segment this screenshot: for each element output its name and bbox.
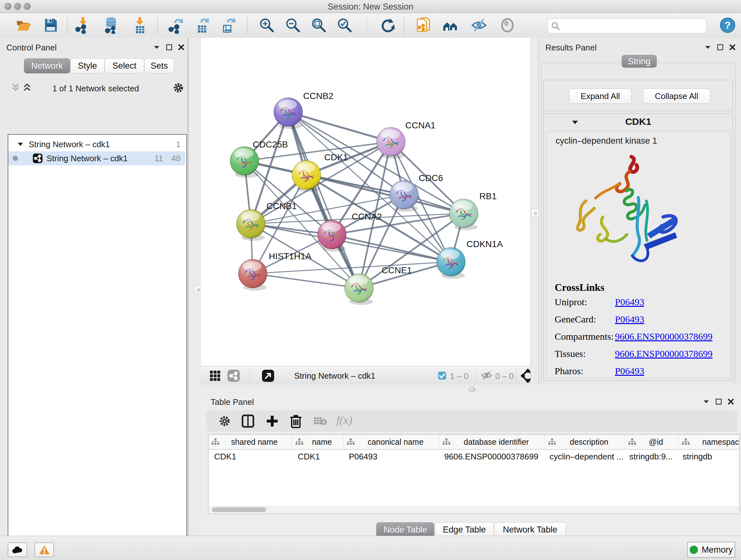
scrollbar-thumb[interactable] (212, 507, 266, 512)
delete-column-trash-icon[interactable] (289, 414, 302, 429)
tab-node-table[interactable]: Node Table (376, 522, 434, 537)
network-app-badge-icon[interactable] (227, 369, 240, 383)
panel-float-icon[interactable] (166, 44, 172, 51)
table-cell[interactable]: 9606.ENSP00000378699 (439, 449, 544, 463)
horizontal-scrollbar[interactable] (209, 506, 739, 513)
svg-text:?: ? (724, 19, 731, 31)
horizontal-splitter[interactable] (201, 385, 741, 393)
search-input[interactable] (562, 19, 704, 32)
column-header-name[interactable]: name (292, 435, 344, 449)
tab-style[interactable]: Style (70, 58, 105, 73)
show-columns-icon[interactable] (241, 415, 255, 429)
import-network-file-icon[interactable] (74, 17, 91, 34)
crosslink-link[interactable]: P06493 (615, 297, 644, 307)
column-header-description[interactable]: description (545, 435, 625, 449)
zoom-selected-icon[interactable] (336, 17, 353, 34)
network-node-CDC6[interactable] (390, 180, 418, 212)
tab-sets[interactable]: Sets (144, 58, 174, 73)
network-node-CCNA1[interactable] (377, 127, 405, 159)
node-table[interactable]: shared namenamecanonical namedatabase id… (208, 434, 740, 514)
share-session-file-icon[interactable] (415, 17, 432, 34)
tab-edge-table[interactable]: Edge Table (435, 522, 494, 537)
column-header-shared-name[interactable]: shared name (208, 435, 292, 449)
table-cell[interactable]: CDK1 (292, 449, 343, 463)
network-node-CDKN1A[interactable] (436, 247, 465, 279)
search-field[interactable] (548, 18, 706, 34)
warning-status-button[interactable] (35, 543, 54, 557)
hide-panels-eye-icon[interactable] (470, 17, 488, 34)
network-collection-row[interactable]: String Network – cdk1 1 (8, 137, 185, 151)
export-network-icon[interactable] (167, 17, 185, 34)
table-cell[interactable]: CDK1 (208, 449, 292, 463)
collapse-all-button[interactable]: Collapse All (643, 88, 711, 104)
network-node-RB1[interactable] (449, 199, 478, 230)
network-status-dot (13, 156, 18, 161)
column-header-id[interactable]: @id (625, 435, 679, 449)
right-splitter[interactable] (530, 38, 539, 385)
expand-all-button[interactable]: Expand All (569, 88, 631, 104)
crosslink-link[interactable]: 9606.ENSP00000378699 (615, 331, 713, 342)
network-edge-HIST1H1A-CCNE1[interactable] (253, 273, 359, 288)
network-options-gear-icon[interactable] (172, 82, 185, 95)
network-node-HIST1H1A[interactable] (239, 259, 267, 291)
home-panels-icon[interactable] (442, 17, 459, 34)
cloud-status-button[interactable] (8, 543, 27, 557)
expand-all-tree-icon[interactable] (22, 83, 32, 93)
create-column-plus-icon[interactable] (266, 415, 279, 429)
import-network-database-icon[interactable] (103, 17, 120, 34)
selected-checkbox-icon[interactable] (438, 371, 447, 381)
collapse-all-tree-icon[interactable] (11, 83, 20, 93)
column-header-namespace[interactable]: namespace (679, 435, 740, 449)
left-splitter[interactable] (188, 38, 202, 536)
network-edge-CCNB2-CCNA1[interactable] (288, 112, 391, 142)
tree-expander-icon[interactable] (17, 142, 23, 147)
network-node-CCNE1[interactable] (345, 273, 374, 305)
network-node-CCNB1[interactable] (237, 209, 265, 241)
table-cell[interactable]: stringdb (677, 449, 740, 463)
panel-float-icon[interactable] (717, 44, 724, 51)
table-cell[interactable]: cyclin–dependent ... (544, 449, 623, 463)
crosslink-link[interactable]: P06493 (615, 366, 644, 376)
table-row[interactable]: CDK1CDK1P064939606.ENSP00000378699cyclin… (208, 449, 739, 463)
panel-menu-icon[interactable] (153, 45, 160, 50)
network-node-CDC25B[interactable] (230, 146, 259, 178)
right-splitter-handle[interactable] (531, 209, 539, 217)
zoom-fit-icon[interactable] (310, 17, 327, 34)
save-session-icon[interactable] (42, 17, 59, 34)
network-node-CDK1[interactable] (292, 161, 321, 192)
zoom-out-icon[interactable] (284, 17, 301, 34)
memory-button[interactable]: Memory (687, 542, 735, 558)
table-cell[interactable]: stringdb:9... (623, 449, 677, 463)
export-table-icon[interactable] (193, 17, 211, 34)
network-row-selected[interactable]: String Network – cdk1 11 48 (8, 151, 185, 165)
table-settings-gear-icon[interactable] (218, 415, 231, 429)
export-image-icon[interactable] (219, 17, 237, 34)
network-canvas[interactable]: CCNB2CCNA1CDC25BCDK1CDC6RB1CCNB1CCNA2CDK… (201, 38, 530, 366)
column-header-canonical-name[interactable]: canonical name (344, 435, 440, 449)
panel-float-icon[interactable] (716, 398, 722, 405)
crosslink-link[interactable]: P06493 (615, 314, 644, 325)
tab-string[interactable]: String (622, 55, 657, 68)
panel-close-icon[interactable] (728, 398, 734, 405)
open-session-icon[interactable] (15, 17, 32, 34)
panel-close-icon[interactable] (729, 44, 736, 51)
column-header-database-identifier[interactable]: database identifier (440, 435, 545, 449)
horizontal-splitter-handle[interactable] (468, 387, 475, 392)
tab-network[interactable]: Network (24, 58, 70, 73)
birdseye-toggle-icon[interactable] (262, 369, 274, 383)
panel-menu-icon[interactable] (703, 399, 710, 404)
table-cell[interactable]: P06493 (343, 449, 439, 463)
grid-view-icon[interactable] (209, 370, 221, 383)
help-icon[interactable]: ? (719, 17, 736, 34)
refresh-icon[interactable] (380, 17, 397, 34)
tab-network-table[interactable]: Network Table (494, 522, 566, 537)
network-edge-CCNB2-RB1[interactable] (288, 112, 464, 213)
eye-disabled-icon[interactable] (499, 17, 516, 34)
crosslink-link[interactable]: 9606.ENSP00000378699 (615, 348, 713, 359)
network-edge-CCNA2-CDKN1A[interactable] (332, 235, 451, 262)
zoom-in-icon[interactable] (258, 17, 275, 34)
panel-close-icon[interactable] (178, 44, 185, 51)
tab-select[interactable]: Select (105, 58, 144, 73)
import-table-file-icon[interactable] (131, 17, 148, 34)
panel-menu-icon[interactable] (704, 45, 711, 50)
